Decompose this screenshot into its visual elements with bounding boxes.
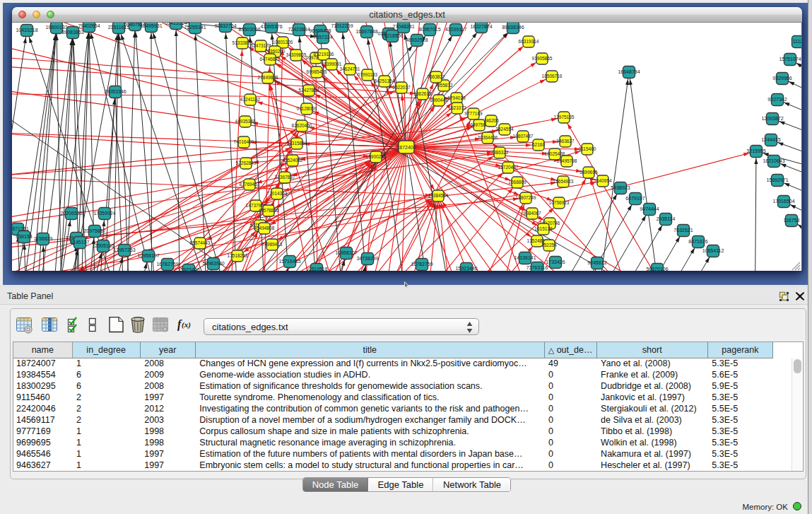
svg-text:15495798: 15495798	[557, 158, 577, 163]
svg-text:27048281: 27048281	[392, 24, 414, 29]
svg-text:9115460: 9115460	[579, 146, 596, 151]
svg-text:49578856: 49578856	[259, 208, 279, 213]
svg-text:15900295: 15900295	[366, 154, 387, 159]
svg-text:7357224: 7357224	[313, 35, 332, 40]
svg-text:15654923: 15654923	[553, 179, 574, 184]
svg-text:15923446: 15923446	[177, 267, 199, 271]
svg-text:746206: 746206	[483, 118, 499, 123]
svg-text:1068809: 1068809	[508, 180, 526, 185]
svg-text:80957015: 80957015	[418, 27, 440, 32]
svg-text:10025438: 10025438	[545, 151, 565, 156]
svg-text:92832764: 92832764	[214, 23, 236, 28]
svg-text:1640954: 1640954	[594, 178, 612, 183]
svg-text:12505135: 12505135	[92, 243, 114, 248]
svg-text:10433218: 10433218	[16, 28, 37, 33]
svg-text:71012269: 71012269	[331, 23, 353, 28]
svg-text:62473178: 62473178	[251, 43, 271, 48]
svg-text:17957253: 17957253	[113, 247, 135, 252]
svg-text:9227342: 9227342	[767, 97, 787, 102]
svg-text:19384554: 19384554	[428, 193, 449, 198]
svg-text:7632621: 7632621	[673, 228, 693, 233]
svg-text:252254: 252254	[541, 243, 557, 247]
svg-text:10801326: 10801326	[273, 40, 293, 45]
svg-text:1244415: 1244415	[761, 137, 780, 142]
svg-text:13518233: 13518233	[228, 253, 248, 258]
svg-text:14136141: 14136141	[514, 255, 536, 260]
svg-text:15923446: 15923446	[455, 266, 477, 271]
svg-text:77014363: 77014363	[267, 191, 288, 196]
svg-text:15720407: 15720407	[498, 165, 519, 170]
svg-text:5938923: 5938923	[611, 185, 630, 190]
svg-text:77360260: 77360260	[265, 49, 286, 54]
svg-text:27849808: 27849808	[258, 75, 278, 80]
svg-text:15716485: 15716485	[278, 259, 300, 264]
svg-text:64746872: 64746872	[260, 57, 281, 62]
svg-text:19218506: 19218506	[381, 33, 403, 38]
svg-text:16648784: 16648784	[618, 69, 640, 74]
svg-text:87769453: 87769453	[240, 182, 260, 187]
svg-text:18807249: 18807249	[516, 195, 536, 200]
svg-text:8990448: 8990448	[430, 98, 448, 103]
svg-text:18227824: 18227824	[470, 24, 492, 29]
svg-text:19600133: 19600133	[45, 25, 67, 30]
svg-text:74016400: 74016400	[234, 139, 254, 144]
svg-text:6479197: 6479197	[625, 196, 645, 201]
svg-text:16782759: 16782759	[156, 262, 178, 267]
svg-text:18506716: 18506716	[542, 74, 563, 78]
svg-text:10807487: 10807487	[513, 134, 534, 139]
svg-text:1145197: 1145197	[71, 240, 90, 245]
svg-text:17359924: 17359924	[93, 211, 115, 216]
svg-text:52427868: 52427868	[299, 88, 319, 93]
svg-text:8471676: 8471676	[688, 239, 707, 244]
svg-text:66319314: 66319314	[519, 39, 539, 44]
svg-text:72423884: 72423884	[288, 27, 310, 32]
svg-text:1362615: 1362615	[413, 91, 432, 96]
svg-text:89083863: 89083863	[61, 30, 83, 35]
svg-text:9245612: 9245612	[587, 260, 606, 265]
svg-text:51333872: 51333872	[233, 40, 253, 45]
svg-text:7955812: 7955812	[435, 83, 453, 88]
svg-text:20364436: 20364436	[478, 135, 498, 140]
svg-text:839154: 839154	[16, 234, 32, 239]
svg-text:15751074: 15751074	[779, 57, 801, 62]
svg-text:15692971: 15692971	[766, 177, 788, 182]
svg-text:19399091: 19399091	[322, 62, 342, 66]
svg-text:9463627: 9463627	[556, 139, 575, 144]
svg-text:1621072: 1621072	[448, 105, 466, 110]
svg-text:79402654: 79402654	[78, 23, 100, 28]
svg-text:6794028: 6794028	[447, 95, 466, 100]
svg-text:91905865: 91905865	[532, 56, 553, 61]
svg-text:1615132: 1615132	[534, 226, 553, 231]
svg-text:17016504: 17016504	[772, 199, 794, 204]
svg-text:3215955: 3215955	[746, 148, 765, 153]
svg-text:75255341: 75255341	[184, 25, 206, 30]
svg-text:1156829: 1156829	[34, 236, 53, 241]
svg-text:85574443: 85574443	[190, 240, 211, 245]
svg-text:18495931: 18495931	[140, 23, 162, 28]
svg-text:83503056: 83503056	[238, 27, 260, 32]
svg-text:53315869: 53315869	[287, 141, 307, 146]
svg-text:29053346: 29053346	[104, 89, 126, 94]
svg-text:81219136: 81219136	[314, 52, 334, 57]
svg-text:45494808: 45494808	[254, 226, 275, 230]
svg-text:44935348: 44935348	[235, 119, 256, 124]
svg-text:1872400: 1872400	[396, 145, 416, 150]
svg-text:9329966: 9329966	[772, 76, 792, 81]
svg-text:12093872: 12093872	[761, 116, 783, 121]
svg-text:10654112: 10654112	[702, 248, 724, 253]
svg-text:20206536: 20206536	[60, 211, 82, 216]
svg-text:6899695: 6899695	[579, 170, 598, 175]
svg-text:10756923: 10756923	[549, 200, 570, 205]
svg-text:56670106: 56670106	[646, 267, 668, 271]
svg-text:62160: 62160	[532, 142, 545, 147]
svg-text:34309805: 34309805	[286, 52, 307, 57]
svg-text:84251354: 84251354	[375, 78, 395, 83]
svg-text:31367837: 31367837	[275, 175, 295, 180]
svg-text:43524082: 43524082	[283, 158, 303, 163]
svg-text:57262849: 57262849	[236, 160, 257, 165]
svg-text:07991183: 07991183	[358, 72, 378, 77]
svg-text:10958107: 10958107	[335, 250, 357, 255]
svg-text:34624751: 34624751	[340, 66, 360, 71]
svg-text:7386322: 7386322	[490, 150, 509, 155]
svg-text:73763116: 73763116	[526, 265, 548, 270]
